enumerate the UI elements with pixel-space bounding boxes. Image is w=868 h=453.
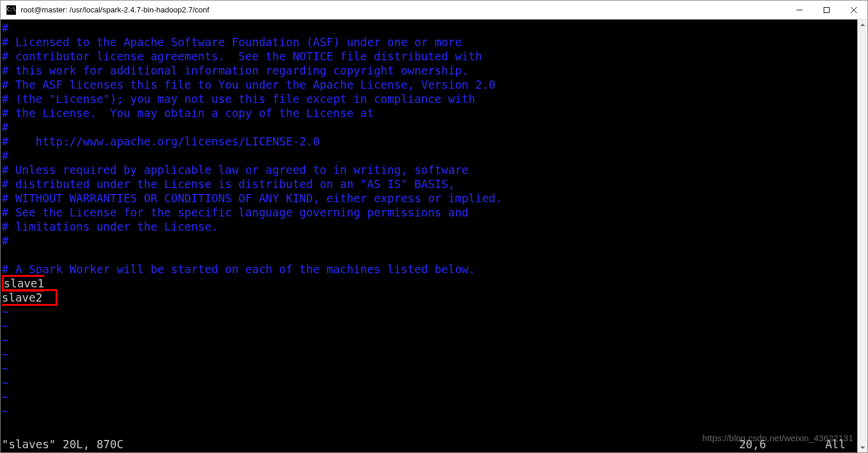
scrollbar[interactable] [857,20,867,452]
comment-line: # contributor license agreements. See th… [2,50,482,63]
highlight-annotation: slave1 slave2 [2,275,57,306]
slave-entry: slave1 [4,277,44,290]
comment-line: # [2,234,8,247]
comment-line: # distributed under the License is distr… [2,177,455,190]
comment-line: # this work for additional information r… [2,64,468,77]
comment-line: # A Spark Worker will be started on each… [2,263,475,276]
comment-line: # [2,121,8,134]
watermark-text: https://blog.csdn.net/weixin_43622131 [702,431,853,445]
minimize-button[interactable] [786,1,813,19]
svg-rect-1 [824,7,830,12]
window-controls [786,1,867,19]
vim-tilde: ~ [2,319,8,332]
comment-line: # Licensed to the Apache Software Founda… [2,35,462,48]
vim-tilde: ~ [2,405,8,418]
comment-line: # [2,21,8,34]
comment-line: # limitations under the License. [2,220,218,233]
vim-tilde: ~ [2,348,8,361]
comment-line: # See the License for the specific langu… [2,206,468,219]
vim-tilde: ~ [2,390,8,403]
terminal-icon: C:\ [7,5,16,15]
close-button[interactable] [840,1,867,19]
slave-entry: slave2 [2,291,43,304]
comment-line: # The ASF licenses this file to You unde… [2,78,495,91]
scrollbar-track[interactable] [857,30,867,442]
terminal-area[interactable]: # # Licensed to the Apache Software Foun… [1,20,867,452]
comment-line: # [2,149,8,162]
status-file-info: "slaves" 20L, 870C [2,437,739,451]
vim-tilde: ~ [2,334,8,347]
titlebar[interactable]: C:\ root@master: /usr/local/spark-2.4.7-… [1,1,867,20]
vim-tilde: ~ [2,376,8,389]
window-title: root@master: /usr/local/spark-2.4.7-bin-… [20,5,786,14]
svg-marker-4 [860,24,865,26]
maximize-button[interactable] [813,1,840,19]
scrollbar-down-button[interactable] [857,442,867,452]
vim-tilde: ~ [2,305,8,318]
comment-line: # http://www.apache.org/licenses/LICENSE… [2,135,320,148]
comment-line: # Unless required by applicable law or a… [2,163,468,176]
comment-line: # the License. You may obtain a copy of … [2,106,374,119]
terminal-content: # # Licensed to the Apache Software Foun… [2,21,866,418]
comment-line: # (the "License"); you may not use this … [2,92,475,105]
comment-line: # WITHOUT WARRANTIES OR CONDITIONS OF AN… [2,192,502,205]
svg-marker-5 [860,446,865,449]
vim-tilde: ~ [2,362,8,375]
scrollbar-up-button[interactable] [857,20,867,30]
